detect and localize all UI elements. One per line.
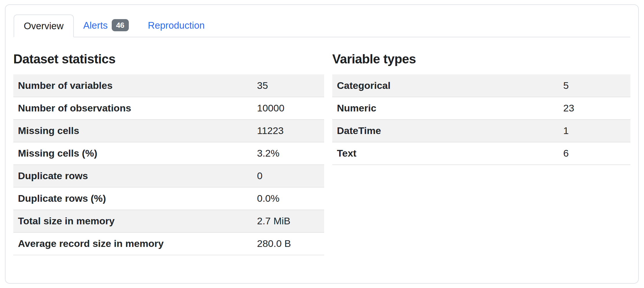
tabs-bar: Overview Alerts 46 Reproduction [14, 14, 630, 37]
stat-value: 5 [559, 74, 630, 97]
variable-types-title: Variable types [332, 52, 630, 67]
table-row: Missing cells11223 [13, 120, 324, 142]
tab-content: Dataset statistics Number of variables35… [5, 37, 638, 255]
table-row: Number of observations10000 [13, 97, 324, 120]
report-card: Overview Alerts 46 Reproduction Dataset … [5, 4, 639, 284]
tab-reproduction[interactable]: Reproduction [138, 14, 214, 37]
table-row: Categorical5 [332, 74, 630, 97]
stat-value: 11223 [252, 120, 324, 142]
stat-value: 280.0 B [252, 232, 324, 255]
stat-value: 10000 [252, 97, 324, 120]
dataset-statistics-title: Dataset statistics [13, 52, 324, 67]
table-row: Average record size in memory280.0 B [13, 232, 324, 255]
table-row: Number of variables35 [13, 74, 324, 97]
dataset-statistics-section: Dataset statistics Number of variables35… [13, 37, 324, 255]
table-row: Total size in memory2.7 MiB [13, 210, 324, 232]
stat-label: Missing cells (%) [13, 142, 252, 165]
table-row: Numeric23 [332, 97, 630, 120]
stat-label: Missing cells [13, 120, 252, 142]
stat-label: Number of variables [13, 74, 252, 97]
variable-types-table: Categorical5Numeric23DateTime1Text6 [332, 74, 630, 165]
alerts-count-badge: 46 [112, 19, 129, 31]
stat-label: Text [332, 142, 559, 165]
stat-value: 23 [559, 97, 630, 120]
dataset-statistics-table: Number of variables35Number of observati… [13, 74, 324, 255]
stat-value: 2.7 MiB [252, 210, 324, 232]
stat-label: Number of observations [13, 97, 252, 120]
variable-types-section: Variable types Categorical5Numeric23Date… [332, 37, 630, 255]
tab-overview[interactable]: Overview [14, 14, 74, 37]
stat-label: Duplicate rows (%) [13, 187, 252, 210]
table-row: Duplicate rows0 [13, 165, 324, 187]
stat-label: Numeric [332, 97, 559, 120]
stat-value: 0 [252, 165, 324, 187]
tab-alerts[interactable]: Alerts 46 [74, 14, 138, 37]
table-row: Duplicate rows (%)0.0% [13, 187, 324, 210]
stat-label: Average record size in memory [13, 232, 252, 255]
stat-value: 35 [252, 74, 324, 97]
table-row: Text6 [332, 142, 630, 165]
stat-label: Categorical [332, 74, 559, 97]
table-row: DateTime1 [332, 120, 630, 142]
table-row: Missing cells (%)3.2% [13, 142, 324, 165]
stat-label: DateTime [332, 120, 559, 142]
stat-label: Duplicate rows [13, 165, 252, 187]
stat-value: 0.0% [252, 187, 324, 210]
stat-label: Total size in memory [13, 210, 252, 232]
stat-value: 3.2% [252, 142, 324, 165]
tab-alerts-label: Alerts [83, 20, 108, 31]
stat-value: 6 [559, 142, 630, 165]
stat-value: 1 [559, 120, 630, 142]
